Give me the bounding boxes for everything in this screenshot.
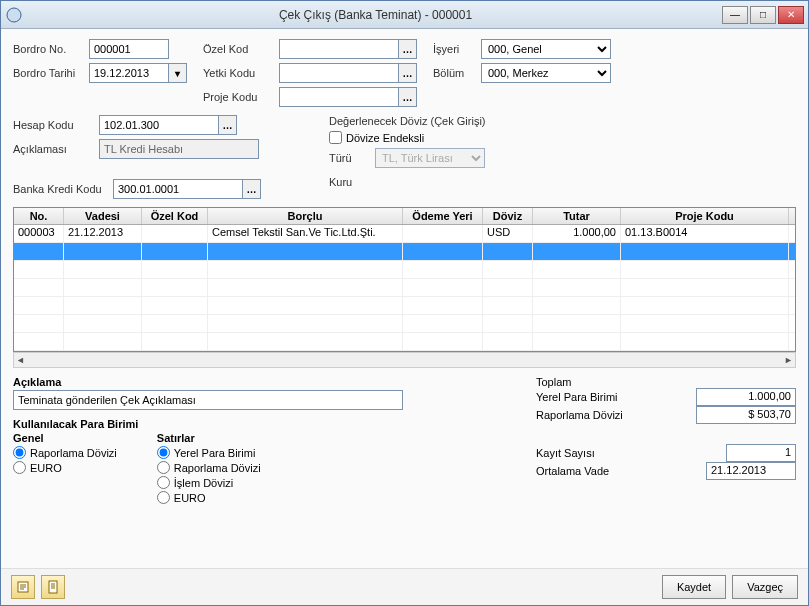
footer: Kaydet Vazgeç	[1, 568, 808, 605]
table-row[interactable]	[14, 333, 795, 351]
proje-kodu-label: Proje Kodu	[203, 91, 273, 103]
dovize-endeksli-checkbox[interactable]	[329, 131, 342, 144]
scroll-right-icon[interactable]: ►	[784, 355, 793, 365]
genel-group: Genel Raporlama Dövizi EURO	[13, 432, 117, 504]
kaydet-button[interactable]: Kaydet	[662, 575, 726, 599]
ozel-kod-input[interactable]	[279, 39, 399, 59]
bordro-no-label: Bordro No.	[13, 43, 83, 55]
top-row: Bordro No. Bordro Tarihi ▾ Özel Kod	[13, 39, 796, 107]
totals-section: Toplam Yerel Para Birimi 1.000,00 Raporl…	[536, 376, 796, 558]
table-row[interactable]	[14, 297, 795, 315]
document-icon[interactable]	[41, 575, 65, 599]
hesap-kodu-input[interactable]	[99, 115, 219, 135]
yetki-kodu-input[interactable]	[279, 63, 399, 83]
satirlar-radio-islem[interactable]: İşlem Dövizi	[157, 476, 261, 489]
col-no[interactable]: No.	[14, 208, 64, 224]
col-doviz[interactable]: Döviz	[483, 208, 533, 224]
genel-label: Genel	[13, 432, 117, 444]
kuru-input	[375, 172, 485, 192]
turu-select: TL, Türk Lirası	[375, 148, 485, 168]
bordro-no-input[interactable]	[89, 39, 169, 59]
bordro-tarihi-input[interactable]	[89, 63, 169, 83]
turu-label: Türü	[329, 152, 369, 164]
proje-kodu-input[interactable]	[279, 87, 399, 107]
col-vadesi[interactable]: Vadesi	[64, 208, 142, 224]
table-row[interactable]	[14, 243, 795, 261]
genel-radio-raporlama[interactable]: Raporlama Dövizi	[13, 446, 117, 459]
yetki-kodu-label: Yetki Kodu	[203, 67, 273, 79]
content: Bordro No. Bordro Tarihi ▾ Özel Kod	[1, 29, 808, 568]
ortalama-vade-value: 21.12.2013	[706, 462, 796, 480]
satirlar-radio-yerel[interactable]: Yerel Para Birimi	[157, 446, 261, 459]
doviz-group: Değerlenecek Döviz (Çek Girişi) Dövize E…	[329, 115, 486, 199]
bolum-label: Bölüm	[433, 67, 475, 79]
bottom-left: Açıklama Kullanılacak Para Birimi Genel …	[13, 376, 516, 558]
table-row[interactable]	[14, 279, 795, 297]
close-button[interactable]: ✕	[778, 6, 804, 24]
raporlama-value: $ 503,70	[696, 406, 796, 424]
hesap-kodu-lookup[interactable]: …	[219, 115, 237, 135]
kayit-sayisi-label: Kayıt Sayısı	[536, 447, 595, 459]
aciklamasi-label: Açıklaması	[13, 143, 93, 155]
dovize-endeksli-label: Dövize Endeksli	[346, 132, 424, 144]
satirlar-radio-euro[interactable]: EURO	[157, 491, 261, 504]
banka-kredi-kodu-label: Banka Kredi Kodu	[13, 183, 107, 195]
titlebar: Çek Çıkış (Banka Teminat) - 000001 — □ ✕	[1, 1, 808, 29]
doviz-section-label: Değerlenecek Döviz (Çek Girişi)	[329, 115, 486, 127]
isyeri-select[interactable]: 000, Genel	[481, 39, 611, 59]
col-tutar[interactable]: Tutar	[533, 208, 621, 224]
isyeri-group: İşyeri 000, Genel Bölüm 000, Merkez	[433, 39, 611, 107]
yerel-value: 1.000,00	[696, 388, 796, 406]
isyeri-label: İşyeri	[433, 43, 475, 55]
col-odeme-yeri[interactable]: Ödeme Yeri	[403, 208, 483, 224]
svg-point-0	[7, 8, 21, 22]
hesap-kodu-label: Hesap Kodu	[13, 119, 93, 131]
account-row: Hesap Kodu … Açıklaması Banka Kredi Kodu	[13, 115, 796, 199]
kayit-sayisi-value: 1	[726, 444, 796, 462]
grid: No. Vadesi Özel Kod Borçlu Ödeme Yeri Dö…	[13, 207, 796, 352]
yetki-kodu-lookup[interactable]: …	[399, 63, 417, 83]
satirlar-radio-raporlama[interactable]: Raporlama Dövizi	[157, 461, 261, 474]
bordro-group: Bordro No. Bordro Tarihi ▾	[13, 39, 187, 107]
kod-group: Özel Kod … Yetki Kodu … Proje Kodu	[203, 39, 417, 107]
minimize-button[interactable]: —	[722, 6, 748, 24]
banka-kredi-kodu-lookup[interactable]: …	[243, 179, 261, 199]
aciklamasi-input	[99, 139, 259, 159]
banka-kredi-kodu-input[interactable]	[113, 179, 243, 199]
genel-radio-euro[interactable]: EURO	[13, 461, 117, 474]
bolum-select[interactable]: 000, Merkez	[481, 63, 611, 83]
yerel-label: Yerel Para Birimi	[536, 391, 618, 403]
bordro-tarihi-picker[interactable]: ▾	[169, 63, 187, 83]
table-row[interactable]	[14, 315, 795, 333]
table-row[interactable]	[14, 261, 795, 279]
account-group: Hesap Kodu … Açıklaması Banka Kredi Kodu	[13, 115, 313, 199]
ortalama-vade-label: Ortalama Vade	[536, 465, 609, 477]
aciklama-label: Açıklama	[13, 376, 516, 388]
kuru-label: Kuru	[329, 176, 369, 188]
aciklama-input[interactable]	[13, 390, 403, 410]
table-row[interactable]: 000003 21.12.2013 Cemsel Tekstil San.Ve …	[14, 225, 795, 243]
vazgec-button[interactable]: Vazgeç	[732, 575, 798, 599]
proje-kodu-lookup[interactable]: …	[399, 87, 417, 107]
col-borclu[interactable]: Borçlu	[208, 208, 403, 224]
col-proje-kodu[interactable]: Proje Kodu	[621, 208, 789, 224]
app-icon	[5, 6, 23, 24]
window-buttons: — □ ✕	[722, 6, 804, 24]
scroll-left-icon[interactable]: ◄	[16, 355, 25, 365]
satirlar-label: Satırlar	[157, 432, 261, 444]
note-icon[interactable]	[11, 575, 35, 599]
para-birimi-section-label: Kullanılacak Para Birimi	[13, 418, 516, 430]
svg-rect-2	[49, 581, 57, 593]
col-ozel-kod[interactable]: Özel Kod	[142, 208, 208, 224]
ozel-kod-label: Özel Kod	[203, 43, 273, 55]
horizontal-scrollbar[interactable]: ◄ ►	[13, 352, 796, 368]
window: Çek Çıkış (Banka Teminat) - 000001 — □ ✕…	[0, 0, 809, 606]
raporlama-label: Raporlama Dövizi	[536, 409, 623, 421]
ozel-kod-lookup[interactable]: …	[399, 39, 417, 59]
grid-header: No. Vadesi Özel Kod Borçlu Ödeme Yeri Dö…	[14, 208, 795, 225]
window-title: Çek Çıkış (Banka Teminat) - 000001	[29, 8, 722, 22]
bordro-tarihi-label: Bordro Tarihi	[13, 67, 83, 79]
toplam-label: Toplam	[536, 376, 796, 388]
maximize-button[interactable]: □	[750, 6, 776, 24]
satirlar-group: Satırlar Yerel Para Birimi Raporlama Döv…	[157, 432, 261, 504]
